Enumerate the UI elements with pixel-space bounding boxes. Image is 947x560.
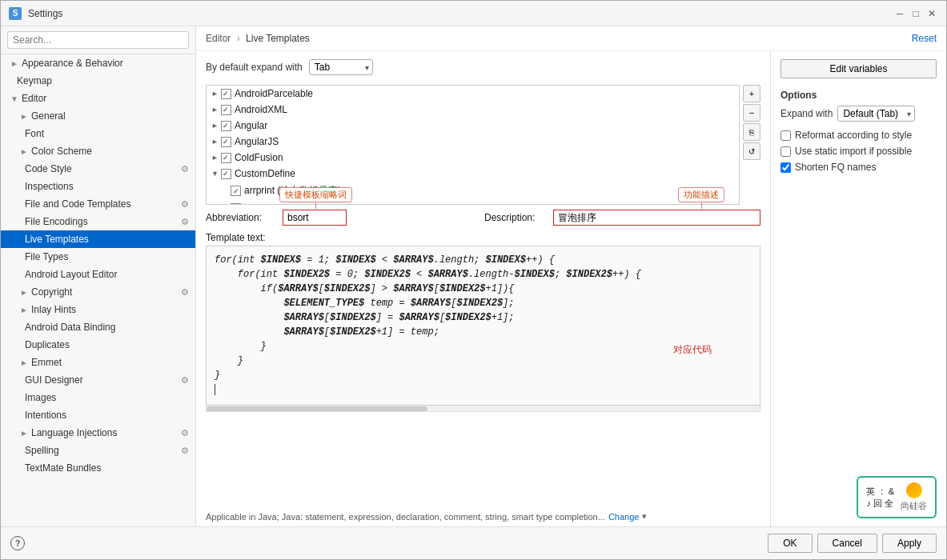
desc-annotation-line (701, 202, 702, 209)
static-import-checkbox[interactable] (780, 146, 791, 157)
sidebar-item-spelling[interactable]: Spelling ⚙ (1, 442, 195, 459)
applicable-text: Applicable in Java; Java: statement, exp… (206, 512, 605, 522)
options-panel: Edit variables Options Expand with Defau… (770, 51, 946, 526)
edit-variables-button[interactable]: Edit variables (780, 59, 937, 78)
checkbox-androidxml[interactable] (221, 105, 231, 115)
shorten-fq-checkbox[interactable] (780, 162, 791, 173)
sidebar-item-label: Intentions (25, 410, 66, 421)
sidebar-item-general[interactable]: ► General (1, 107, 195, 125)
settings-icon5: ⚙ (181, 375, 189, 386)
sidebar-item-fileencodings[interactable]: File Encodings ⚙ (1, 213, 195, 230)
checkbox-arrprint[interactable] (231, 186, 241, 196)
settings-icon3: ⚙ (181, 217, 189, 227)
reset-button[interactable]: Reset (912, 33, 937, 44)
abbrev-annotation: 快捷模板缩略词 (279, 187, 352, 209)
template-group-customdefine[interactable]: ▼ CustomDefine (207, 166, 739, 182)
checkbox-customdefine[interactable] (221, 169, 231, 179)
sidebar-item-filetemplates[interactable]: File and Code Templates ⚙ (1, 195, 195, 213)
search-input[interactable] (7, 31, 189, 49)
watermark-text2: ♪ 回 全 (866, 498, 893, 510)
sidebar-item-emmet[interactable]: ► Emmet (1, 354, 195, 371)
minimize-button[interactable]: ─ (893, 7, 906, 20)
abbrev-desc-row: Abbreviation: Description: (206, 210, 760, 226)
code-line-8: } (215, 354, 752, 368)
window-controls: ─ □ ✕ (893, 7, 938, 20)
sidebar-item-intentions[interactable]: Intentions (1, 406, 195, 424)
add-button[interactable]: + (743, 85, 760, 102)
horizontal-scrollbar[interactable] (206, 406, 760, 412)
close-button[interactable]: ✕ (925, 7, 938, 20)
abbrev-annotation-line (315, 202, 316, 209)
sidebar-item-duplicates[interactable]: Duplicates (1, 336, 195, 354)
checkbox-androidparcelable[interactable] (221, 89, 231, 99)
template-group-angularjs[interactable]: ► AngularJS (207, 134, 739, 150)
sidebar-search-area (1, 26, 195, 54)
sidebar-item-label: Appearance & Behavior (22, 58, 123, 69)
abbrev-annotation-bubble: 快捷模板缩略词 (279, 187, 352, 202)
expand-with-options-select[interactable]: Default (Tab) Tab Enter Space (837, 106, 915, 122)
sidebar-item-filetypes[interactable]: File Types (1, 248, 195, 266)
template-group-angular[interactable]: ► Angular (207, 118, 739, 134)
static-import-option: Use static import if possible (780, 146, 937, 157)
sidebar-item-keymap[interactable]: Keymap (1, 72, 195, 90)
sidebar-item-label: Emmet (31, 357, 62, 368)
expand-with-label: By default expand with (206, 62, 303, 73)
template-code-area[interactable]: for(int $INDEX$ = 1; $INDEX$ < $ARRAY$.l… (206, 246, 760, 406)
sidebar-item-inlayhints[interactable]: ► Inlay Hints (1, 301, 195, 318)
sidebar-item-guidesigner[interactable]: GUI Designer ⚙ (1, 371, 195, 389)
sidebar-item-livetemplates[interactable]: Live Templates (1, 230, 195, 248)
sidebar-item-languageinjections[interactable]: ► Language Injections ⚙ (1, 424, 195, 442)
sidebar-item-images[interactable]: Images (1, 389, 195, 406)
code-line-7: } (215, 339, 752, 354)
sidebar-item-label: General (31, 110, 66, 122)
restore-button[interactable]: ↺ (743, 142, 760, 160)
bottom-buttons: OK Cancel Apply (768, 534, 937, 553)
description-label: Description: (484, 212, 548, 223)
static-import-label: Use static import if possible (795, 146, 912, 157)
settings-icon7: ⚙ (181, 446, 189, 456)
group-label: Angular (235, 120, 267, 131)
sidebar-item-copyright[interactable]: ► Copyright ⚙ (1, 283, 195, 301)
group-label: ColdFusion (235, 152, 283, 163)
checkbox-angularjs[interactable] (221, 137, 231, 147)
reformat-checkbox[interactable] (780, 130, 791, 141)
apply-button[interactable]: Apply (882, 534, 937, 553)
remove-button[interactable]: − (743, 104, 760, 122)
expand-icon: ► (10, 59, 18, 68)
copy-button[interactable]: ⎘ (743, 123, 760, 141)
code-line-9: } (215, 368, 752, 382)
watermark-left: 英 ： & ♪ 回 全 (866, 486, 894, 510)
expand-tri: ▼ (211, 170, 219, 178)
checkbox-coldfusion[interactable] (221, 153, 231, 163)
expand-with-select[interactable]: Tab Enter Space (309, 59, 373, 75)
sidebar-item-androidlayout[interactable]: Android Layout Editor (1, 266, 195, 283)
sidebar-item-appearance[interactable]: ► Appearance & Behavior (1, 54, 195, 72)
group-label: AngularJS (235, 136, 279, 147)
sidebar-item-font[interactable]: Font (1, 125, 195, 142)
abbreviation-input[interactable] (283, 210, 347, 226)
applicable-row: Applicable in Java; Java: statement, exp… (206, 511, 760, 522)
description-input[interactable] (553, 210, 760, 226)
template-group-androidxml[interactable]: ► AndroidXML (207, 102, 739, 118)
sidebar-item-textmate[interactable]: TextMate Bundles (1, 459, 195, 477)
checkbox-more[interactable] (231, 203, 241, 206)
help-button[interactable]: ? (10, 536, 25, 550)
maximize-button[interactable]: □ (909, 7, 922, 20)
sidebar-item-editor[interactable]: ▼ Editor (1, 90, 195, 107)
sidebar-item-inspections[interactable]: Inspections (1, 178, 195, 195)
expand-icon: ► (20, 358, 28, 367)
template-group-coldfusion[interactable]: ► ColdFusion (207, 150, 739, 166)
watermark-circle (906, 482, 922, 498)
sidebar: ► Appearance & Behavior Keymap ▼ Editor … (1, 26, 196, 526)
item-label: ... (244, 202, 252, 205)
reformat-option: Reformat according to style (780, 130, 937, 141)
ok-button[interactable]: OK (768, 534, 812, 553)
sidebar-item-colorscheme[interactable]: ► Color Scheme (1, 142, 195, 160)
sidebar-item-androiddatabinding[interactable]: Android Data Binding (1, 318, 195, 336)
group-label: CustomDefine (235, 168, 295, 179)
sidebar-item-codestyle[interactable]: Code Style ⚙ (1, 160, 195, 178)
cancel-button[interactable]: Cancel (817, 534, 877, 553)
template-group-androidparcelable[interactable]: ► AndroidParcelable (207, 86, 739, 102)
checkbox-angular[interactable] (221, 121, 231, 131)
change-link[interactable]: Change (608, 512, 640, 522)
